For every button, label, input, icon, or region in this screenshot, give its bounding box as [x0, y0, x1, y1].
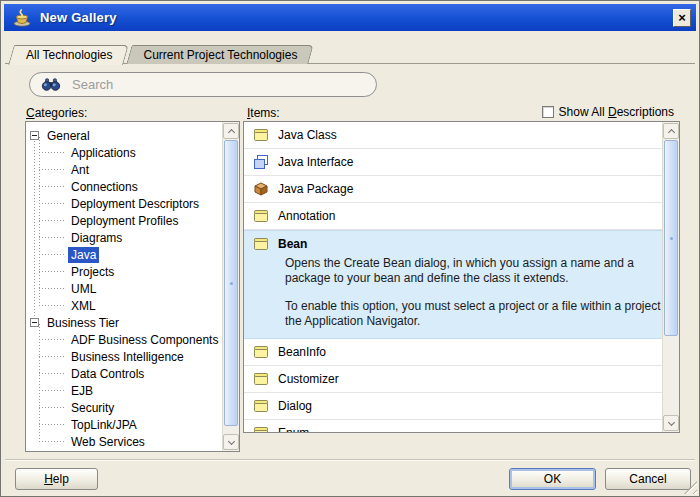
item-description: Opens the Create Bean dialog, in which y… [285, 256, 662, 286]
show-all-descriptions-label: Show All Descriptions [559, 105, 674, 119]
collapse-toggle-icon[interactable] [30, 131, 39, 140]
tab-label: Current Project Technologies [129, 45, 311, 62]
java-interface-icon [253, 154, 269, 170]
tree-node-label: Deployment Descriptors [68, 196, 202, 212]
tree-node-label: XML [68, 298, 99, 314]
collapse-toggle-icon[interactable] [30, 318, 39, 327]
item-label: Enum [278, 426, 309, 432]
tree-node-label: TopLink/JPA [68, 417, 140, 433]
tree-node-diagrams[interactable]: Diagrams [26, 229, 222, 246]
close-button[interactable]: × [673, 9, 691, 27]
tree-node-label: Java [68, 247, 99, 263]
chevron-up-icon [227, 128, 234, 135]
tab-current-project-technologies[interactable]: Current Project Technologies [129, 45, 311, 64]
items-list: Java ClassJava InterfaceJava PackageAnno… [244, 122, 662, 432]
java-class-icon [253, 236, 269, 252]
tab-label: All Technologies [11, 45, 126, 62]
tree-node-ejb[interactable]: EJB [26, 382, 222, 399]
tree-node-deployment-profiles[interactable]: Deployment Profiles [26, 212, 222, 229]
scroll-down-button[interactable] [663, 415, 679, 431]
tree-node-projects[interactable]: Projects [26, 263, 222, 280]
tree-node-label: EJB [68, 383, 96, 399]
footer-divider [5, 459, 695, 461]
categories-scrollbar[interactable] [222, 122, 239, 451]
item-java-class[interactable]: Java Class [244, 122, 662, 149]
show-all-descriptions-control[interactable]: Show All Descriptions [542, 105, 674, 119]
items-label: Items: [247, 106, 280, 120]
scroll-up-button[interactable] [223, 123, 239, 139]
item-java-package[interactable]: Java Package [244, 176, 662, 203]
tree-node-ant[interactable]: Ant [26, 161, 222, 178]
tree-node-label: Data Controls [68, 366, 147, 382]
java-class-icon [253, 398, 269, 414]
scroll-up-button[interactable] [663, 123, 679, 139]
tree-node-label: Business Intelligence [68, 349, 187, 365]
search-input[interactable] [70, 76, 366, 93]
item-java-interface[interactable]: Java Interface [244, 149, 662, 176]
tree-node-connections[interactable]: Connections [26, 178, 222, 195]
scroll-thumb[interactable] [224, 140, 238, 426]
tree-node-uml[interactable]: UML [26, 280, 222, 297]
tree-node-web-services[interactable]: Web Services [26, 433, 222, 450]
tree-node-business-tier[interactable]: Business Tier [26, 314, 222, 331]
item-label: Java Interface [278, 155, 353, 169]
item-customizer[interactable]: Customizer [244, 366, 662, 393]
tree-node-xml[interactable]: XML [26, 297, 222, 314]
item-enum[interactable]: Enum [244, 420, 662, 432]
java-cup-icon [11, 9, 33, 27]
item-dialog[interactable]: Dialog [244, 393, 662, 420]
tree-node-java[interactable]: Java [26, 246, 222, 263]
ok-button[interactable]: OK [509, 468, 596, 490]
tree-node-label: Projects [68, 264, 117, 280]
tree-node-label: Web Services [68, 434, 148, 450]
tree-node-general[interactable]: General [26, 127, 222, 144]
tree-node-label: Applications [68, 145, 139, 161]
item-label: BeanInfo [278, 345, 326, 359]
show-all-descriptions-checkbox[interactable] [542, 106, 554, 118]
window-title: New Gallery [40, 10, 117, 25]
tree-node-label: UML [68, 281, 99, 297]
binoculars-icon [41, 78, 61, 91]
tree-node-label: Business Tier [44, 315, 122, 331]
tree-node-toplink-jpa[interactable]: TopLink/JPA [26, 416, 222, 433]
tree-node-data-controls[interactable]: Data Controls [26, 365, 222, 382]
item-label: Customizer [278, 372, 339, 386]
help-button[interactable]: Help [15, 468, 98, 490]
item-annotation[interactable]: Annotation [244, 203, 662, 230]
cancel-button[interactable]: Cancel [605, 468, 691, 490]
search-box [29, 72, 377, 97]
tree-node-applications[interactable]: Applications [26, 144, 222, 161]
java-class-icon [253, 371, 269, 387]
item-description: To enable this option, you must select a… [285, 299, 662, 329]
categories-label: Categories: [26, 106, 87, 120]
tree-node-deployment-descriptors[interactable]: Deployment Descriptors [26, 195, 222, 212]
item-label: Dialog [278, 399, 312, 413]
categories-tree: GeneralApplicationsAntConnectionsDeploym… [26, 122, 222, 451]
tree-node-label: General [44, 128, 93, 144]
java-class-icon [253, 127, 269, 143]
tab-all-technologies[interactable]: All Technologies [11, 45, 126, 64]
item-label: Java Class [278, 128, 337, 142]
tree-node-adf-business-components[interactable]: ADF Business Components [26, 331, 222, 348]
java-class-icon [253, 425, 269, 432]
categories-panel: GeneralApplicationsAntConnectionsDeploym… [25, 121, 240, 452]
item-bean[interactable]: BeanOpens the Create Bean dialog, in whi… [244, 230, 662, 339]
new-gallery-dialog: New Gallery × All Technologies Current P… [0, 0, 700, 497]
tree-node-label: Security [68, 400, 117, 416]
tree-node-business-intelligence[interactable]: Business Intelligence [26, 348, 222, 365]
scroll-down-button[interactable] [223, 434, 239, 450]
tree-node-label: Deployment Profiles [68, 213, 181, 229]
scroll-thumb[interactable] [664, 140, 678, 336]
title-bar: New Gallery × [4, 4, 696, 31]
item-beaninfo[interactable]: BeanInfo [244, 339, 662, 366]
chevron-up-icon [667, 128, 674, 135]
item-header: Bean [253, 231, 662, 256]
tab-bar: All Technologies Current Project Technol… [11, 45, 313, 64]
tree-node-label: Diagrams [68, 230, 125, 246]
chevron-down-icon [667, 418, 674, 425]
items-scrollbar[interactable] [662, 122, 679, 432]
tree-node-security[interactable]: Security [26, 399, 222, 416]
tree-node-label: ADF Business Components [68, 332, 221, 348]
item-label: Java Package [278, 182, 353, 196]
java-package-icon [253, 181, 269, 197]
